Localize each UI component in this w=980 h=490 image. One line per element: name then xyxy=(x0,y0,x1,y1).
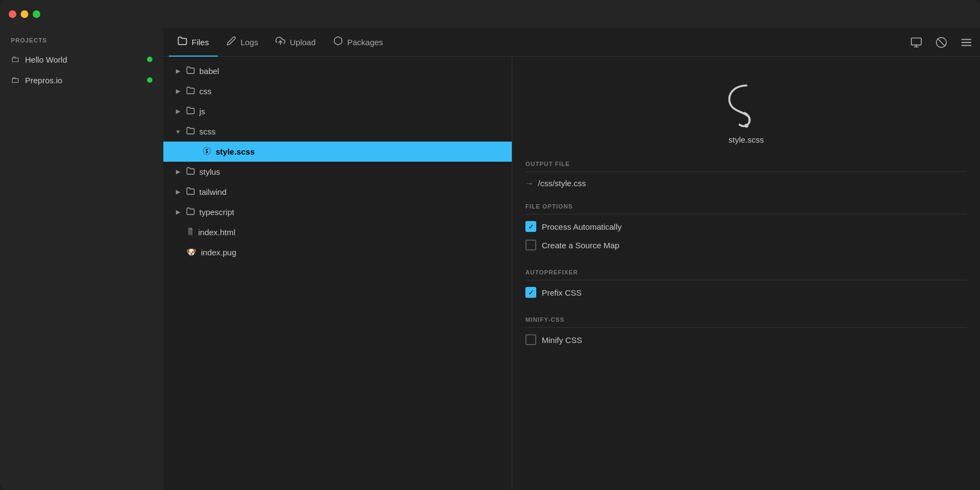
chevron-right-icon: ▶ xyxy=(174,68,182,75)
traffic-lights xyxy=(9,10,40,18)
folder-icon-stylus xyxy=(186,167,195,177)
folder-icon-tailwind xyxy=(186,187,195,197)
chevron-down-icon-scss: ▼ xyxy=(174,128,182,135)
file-item-index-html-label: index.html xyxy=(198,228,235,237)
file-item-css-label: css xyxy=(199,87,212,96)
output-file-title: OUTPUT FILE xyxy=(525,161,967,172)
tab-logs-label: Logs xyxy=(241,38,259,47)
minimize-button[interactable] xyxy=(21,10,28,18)
option-source-map[interactable]: Create a Source Map xyxy=(525,240,967,250)
chevron-right-icon-stylus: ▶ xyxy=(174,168,182,175)
settings-action-button[interactable] xyxy=(933,34,950,51)
file-item-babel[interactable]: ▶ babel xyxy=(163,61,512,81)
folder-icon-js xyxy=(186,106,195,117)
option-process-auto[interactable]: ✓ Process Automatically xyxy=(525,221,967,232)
svg-line-5 xyxy=(938,39,945,46)
file-item-stylus[interactable]: ▶ stylus xyxy=(163,162,512,182)
close-button[interactable] xyxy=(9,10,16,18)
file-item-tailwind-label: tailwind xyxy=(199,187,226,197)
menu-action-button[interactable] xyxy=(958,34,975,51)
maximize-button[interactable] xyxy=(33,10,40,18)
minify-css-section: MINIFY-CSS Minify CSS xyxy=(525,316,967,353)
checkbox-prefix-css[interactable]: ✓ xyxy=(525,287,536,298)
sidebar: PROJECTS 🗀 Hello World 🗀 Prepros.io xyxy=(0,28,163,490)
output-path: /css/style.css xyxy=(538,179,586,188)
checkbox-source-map[interactable] xyxy=(525,240,536,250)
file-item-scss[interactable]: ▼ scss xyxy=(163,121,512,142)
content-area: Files Logs Upload Packages xyxy=(163,28,980,490)
pug-file-icon: 🐶 xyxy=(186,247,197,257)
file-item-index-pug-label: index.pug xyxy=(201,248,236,257)
file-item-babel-label: babel xyxy=(199,66,219,76)
scss-logo-icon xyxy=(722,81,771,130)
autoprefixer-section: AUTOPREFIXER ✓ Prefix CSS xyxy=(525,269,967,305)
file-item-js-label: js xyxy=(199,107,205,116)
option-minify-css-label: Minify CSS xyxy=(542,335,582,345)
main-layout: PROJECTS 🗀 Hello World 🗀 Prepros.io File… xyxy=(0,28,980,490)
chevron-right-icon-js: ▶ xyxy=(174,108,182,115)
checkbox-minify-css[interactable] xyxy=(525,334,536,345)
folder-icon-typescript xyxy=(186,207,195,217)
option-prefix-css[interactable]: ✓ Prefix CSS xyxy=(525,287,967,298)
sidebar-item-label-2: Prepros.io xyxy=(25,76,62,85)
file-item-typescript[interactable]: ▶ typescript xyxy=(163,202,512,222)
tab-upload[interactable]: Upload xyxy=(267,29,324,57)
detail-panel: style.scss OUTPUT FILE → /css/style.css … xyxy=(512,57,980,490)
autoprefixer-title: AUTOPREFIXER xyxy=(525,269,967,280)
file-item-tailwind[interactable]: ▶ tailwind xyxy=(163,182,512,202)
tabbar-actions xyxy=(908,34,975,51)
file-item-style-scss[interactable]: ▶ style.scss xyxy=(163,142,512,162)
folder-icon: 🗀 xyxy=(11,54,20,64)
content-body: ▶ babel ▶ css ▶ xyxy=(163,57,980,490)
file-item-js[interactable]: ▶ js xyxy=(163,101,512,121)
sidebar-header: PROJECTS xyxy=(0,28,163,49)
status-dot-hello-world xyxy=(147,57,152,62)
tab-packages-label: Packages xyxy=(347,38,383,47)
folder-tab-icon xyxy=(177,36,187,48)
arrow-icon: → xyxy=(525,179,534,188)
tab-files[interactable]: Files xyxy=(169,29,218,57)
file-options-section: FILE OPTIONS ✓ Process Automatically Cre… xyxy=(525,203,967,258)
save-action-button[interactable] xyxy=(908,34,924,51)
option-process-auto-label: Process Automatically xyxy=(542,222,622,231)
tab-logs[interactable]: Logs xyxy=(218,29,267,57)
detail-icon-area: style.scss xyxy=(525,70,967,161)
output-file-row: → /css/style.css xyxy=(525,179,967,188)
file-item-typescript-label: typescript xyxy=(199,207,234,217)
file-item-css[interactable]: ▶ css xyxy=(163,81,512,101)
pen-tab-icon xyxy=(226,36,236,48)
folder-icon-scss xyxy=(186,126,195,137)
svg-rect-1 xyxy=(911,38,921,45)
folder-icon-babel xyxy=(186,66,195,76)
chevron-right-icon-typescript: ▶ xyxy=(174,209,182,216)
file-item-index-html[interactable]: ▶ index.html xyxy=(163,222,512,242)
tabbar: Files Logs Upload Packages xyxy=(163,28,980,57)
checkbox-process-auto[interactable]: ✓ xyxy=(525,221,536,232)
svg-point-9 xyxy=(744,124,748,127)
sidebar-item-prepros-io[interactable]: 🗀 Prepros.io xyxy=(0,70,163,90)
chevron-right-icon-tailwind: ▶ xyxy=(174,188,182,195)
chevron-right-icon-css: ▶ xyxy=(174,88,182,95)
file-options-title: FILE OPTIONS xyxy=(525,203,967,215)
html-file-icon xyxy=(186,227,194,237)
sidebar-item-hello-world[interactable]: 🗀 Hello World xyxy=(0,49,163,70)
tab-packages[interactable]: Packages xyxy=(324,29,392,57)
folder-icon-css xyxy=(186,86,195,96)
tab-upload-label: Upload xyxy=(290,38,316,47)
minify-css-title: MINIFY-CSS xyxy=(525,316,967,328)
output-file-section: OUTPUT FILE → /css/style.css xyxy=(525,161,967,192)
folder-icon-2: 🗀 xyxy=(11,75,20,85)
file-item-scss-label: scss xyxy=(199,127,216,136)
option-source-map-label: Create a Source Map xyxy=(542,241,620,250)
option-minify-css[interactable]: Minify CSS xyxy=(525,334,967,345)
cloud-tab-icon xyxy=(275,36,285,48)
file-item-index-pug[interactable]: ▶ 🐶 index.pug xyxy=(163,242,512,262)
titlebar xyxy=(0,0,980,28)
tab-files-label: Files xyxy=(192,38,209,47)
option-prefix-css-label: Prefix CSS xyxy=(542,288,581,297)
file-explorer: ▶ babel ▶ css ▶ xyxy=(163,57,512,490)
sidebar-item-label: Hello World xyxy=(25,55,67,64)
status-dot-prepros xyxy=(147,77,152,83)
box-tab-icon xyxy=(333,36,343,48)
detail-filename: style.scss xyxy=(728,135,764,144)
